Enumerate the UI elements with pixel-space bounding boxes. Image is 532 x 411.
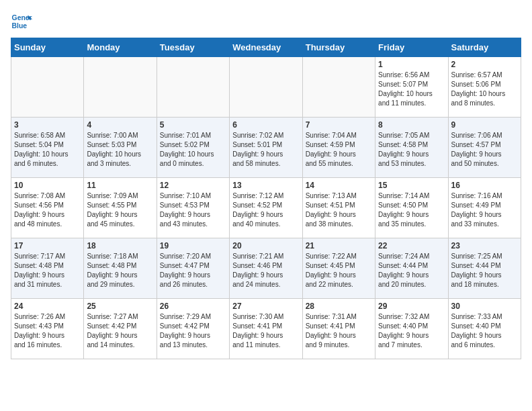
calendar-cell: 5Sunrise: 7:01 AMSunset: 5:02 PMDaylight… xyxy=(157,118,229,178)
calendar-cell: 26Sunrise: 7:29 AMSunset: 4:42 PMDayligh… xyxy=(157,299,229,359)
day-of-week-header: Wednesday xyxy=(230,38,302,57)
calendar-cell: 23Sunrise: 7:25 AMSunset: 4:44 PMDayligh… xyxy=(448,238,521,299)
day-info: Sunrise: 7:30 AMSunset: 4:41 PMDaylight:… xyxy=(232,312,299,350)
calendar-cell: 27Sunrise: 7:30 AMSunset: 4:41 PMDayligh… xyxy=(230,299,302,359)
day-of-week-header: Saturday xyxy=(448,38,521,57)
day-info: Sunrise: 7:13 AMSunset: 4:51 PMDaylight:… xyxy=(306,191,372,229)
calendar-cell: 11Sunrise: 7:09 AMSunset: 4:55 PMDayligh… xyxy=(84,178,157,238)
day-number: 9 xyxy=(451,120,518,130)
calendar-cell: 16Sunrise: 7:16 AMSunset: 4:49 PMDayligh… xyxy=(448,178,521,238)
day-number: 13 xyxy=(232,181,299,190)
day-info: Sunrise: 7:01 AMSunset: 5:02 PMDaylight:… xyxy=(160,131,226,169)
day-info: Sunrise: 7:17 AMSunset: 4:48 PMDaylight:… xyxy=(14,252,81,289)
day-info: Sunrise: 7:25 AMSunset: 4:44 PMDaylight:… xyxy=(451,252,518,289)
day-number: 21 xyxy=(306,241,372,250)
calendar-cell: 3Sunrise: 6:58 AMSunset: 5:04 PMDaylight… xyxy=(11,118,84,178)
day-number: 30 xyxy=(451,302,518,311)
logo: General Blue xyxy=(11,11,32,32)
calendar-cell: 9Sunrise: 7:06 AMSunset: 4:57 PMDaylight… xyxy=(448,118,521,178)
calendar-cell xyxy=(84,57,157,118)
day-number: 8 xyxy=(378,120,445,130)
day-info: Sunrise: 6:56 AMSunset: 5:07 PMDaylight:… xyxy=(378,71,445,108)
day-number: 19 xyxy=(160,241,226,250)
svg-text:Blue: Blue xyxy=(12,22,28,30)
calendar-cell xyxy=(11,57,84,118)
day-info: Sunrise: 7:22 AMSunset: 4:45 PMDaylight:… xyxy=(306,252,372,289)
calendar-cell: 7Sunrise: 7:04 AMSunset: 4:59 PMDaylight… xyxy=(302,118,375,178)
calendar-header-row: SundayMondayTuesdayWednesdayThursdayFrid… xyxy=(11,38,521,57)
day-info: Sunrise: 7:31 AMSunset: 4:41 PMDaylight:… xyxy=(306,312,372,350)
page-header: General Blue xyxy=(11,11,521,32)
day-info: Sunrise: 7:21 AMSunset: 4:46 PMDaylight:… xyxy=(232,252,299,289)
day-info: Sunrise: 7:02 AMSunset: 5:01 PMDaylight:… xyxy=(232,131,299,169)
day-number: 27 xyxy=(232,302,299,311)
calendar-cell xyxy=(157,57,229,118)
day-info: Sunrise: 7:16 AMSunset: 4:49 PMDaylight:… xyxy=(451,191,518,229)
day-info: Sunrise: 6:58 AMSunset: 5:04 PMDaylight:… xyxy=(14,131,81,169)
calendar-cell: 14Sunrise: 7:13 AMSunset: 4:51 PMDayligh… xyxy=(302,178,375,238)
calendar-cell: 1Sunrise: 6:56 AMSunset: 5:07 PMDaylight… xyxy=(375,57,448,118)
calendar-cell xyxy=(230,57,302,118)
day-info: Sunrise: 7:09 AMSunset: 4:55 PMDaylight:… xyxy=(87,191,153,229)
calendar-cell: 18Sunrise: 7:18 AMSunset: 4:48 PMDayligh… xyxy=(84,238,157,299)
day-number: 1 xyxy=(378,60,445,69)
day-number: 7 xyxy=(306,120,372,130)
calendar-cell: 28Sunrise: 7:31 AMSunset: 4:41 PMDayligh… xyxy=(302,299,375,359)
calendar-cell: 25Sunrise: 7:27 AMSunset: 4:42 PMDayligh… xyxy=(84,299,157,359)
calendar-cell: 10Sunrise: 7:08 AMSunset: 4:56 PMDayligh… xyxy=(11,178,84,238)
day-info: Sunrise: 7:14 AMSunset: 4:50 PMDaylight:… xyxy=(378,191,445,229)
calendar-cell: 19Sunrise: 7:20 AMSunset: 4:47 PMDayligh… xyxy=(157,238,229,299)
day-info: Sunrise: 7:24 AMSunset: 4:44 PMDaylight:… xyxy=(378,252,445,289)
day-info: Sunrise: 6:57 AMSunset: 5:06 PMDaylight:… xyxy=(451,71,518,108)
day-number: 2 xyxy=(451,60,518,69)
day-of-week-header: Sunday xyxy=(11,38,84,57)
day-number: 23 xyxy=(451,241,518,250)
day-info: Sunrise: 7:26 AMSunset: 4:43 PMDaylight:… xyxy=(14,312,81,350)
calendar-cell: 15Sunrise: 7:14 AMSunset: 4:50 PMDayligh… xyxy=(375,178,448,238)
day-number: 18 xyxy=(87,241,153,250)
calendar-cell: 4Sunrise: 7:00 AMSunset: 5:03 PMDaylight… xyxy=(84,118,157,178)
day-number: 22 xyxy=(378,241,445,250)
day-info: Sunrise: 7:06 AMSunset: 4:57 PMDaylight:… xyxy=(451,131,518,169)
day-number: 11 xyxy=(87,181,153,190)
day-number: 28 xyxy=(306,302,372,311)
calendar-cell: 20Sunrise: 7:21 AMSunset: 4:46 PMDayligh… xyxy=(230,238,302,299)
day-info: Sunrise: 7:18 AMSunset: 4:48 PMDaylight:… xyxy=(87,252,153,289)
calendar-cell: 30Sunrise: 7:33 AMSunset: 4:40 PMDayligh… xyxy=(448,299,521,359)
day-info: Sunrise: 7:32 AMSunset: 4:40 PMDaylight:… xyxy=(378,312,445,350)
calendar-cell: 22Sunrise: 7:24 AMSunset: 4:44 PMDayligh… xyxy=(375,238,448,299)
day-number: 26 xyxy=(160,302,226,311)
day-number: 12 xyxy=(160,181,226,190)
day-number: 3 xyxy=(14,120,81,130)
calendar-week-row: 1Sunrise: 6:56 AMSunset: 5:07 PMDaylight… xyxy=(11,57,521,118)
calendar-cell: 6Sunrise: 7:02 AMSunset: 5:01 PMDaylight… xyxy=(230,118,302,178)
calendar-cell: 2Sunrise: 6:57 AMSunset: 5:06 PMDaylight… xyxy=(448,57,521,118)
calendar-cell: 29Sunrise: 7:32 AMSunset: 4:40 PMDayligh… xyxy=(375,299,448,359)
day-of-week-header: Monday xyxy=(84,38,157,57)
day-info: Sunrise: 7:05 AMSunset: 4:58 PMDaylight:… xyxy=(378,131,445,169)
calendar-cell: 8Sunrise: 7:05 AMSunset: 4:58 PMDaylight… xyxy=(375,118,448,178)
logo-icon: General Blue xyxy=(11,11,32,32)
day-number: 29 xyxy=(378,302,445,311)
day-number: 17 xyxy=(14,241,81,250)
calendar-week-row: 17Sunrise: 7:17 AMSunset: 4:48 PMDayligh… xyxy=(11,238,521,299)
calendar-week-row: 24Sunrise: 7:26 AMSunset: 4:43 PMDayligh… xyxy=(11,299,521,359)
calendar-cell: 12Sunrise: 7:10 AMSunset: 4:53 PMDayligh… xyxy=(157,178,229,238)
day-info: Sunrise: 7:04 AMSunset: 4:59 PMDaylight:… xyxy=(306,131,372,169)
day-of-week-header: Friday xyxy=(375,38,448,57)
calendar-week-row: 10Sunrise: 7:08 AMSunset: 4:56 PMDayligh… xyxy=(11,178,521,238)
day-number: 20 xyxy=(232,241,299,250)
day-of-week-header: Tuesday xyxy=(157,38,229,57)
day-info: Sunrise: 7:20 AMSunset: 4:47 PMDaylight:… xyxy=(160,252,226,289)
day-info: Sunrise: 7:33 AMSunset: 4:40 PMDaylight:… xyxy=(451,312,518,350)
day-number: 16 xyxy=(451,181,518,190)
day-number: 10 xyxy=(14,181,81,190)
day-info: Sunrise: 7:10 AMSunset: 4:53 PMDaylight:… xyxy=(160,191,226,229)
day-of-week-header: Thursday xyxy=(302,38,375,57)
day-number: 14 xyxy=(306,181,372,190)
day-info: Sunrise: 7:08 AMSunset: 4:56 PMDaylight:… xyxy=(14,191,81,229)
day-number: 4 xyxy=(87,120,153,130)
calendar-cell: 13Sunrise: 7:12 AMSunset: 4:52 PMDayligh… xyxy=(230,178,302,238)
calendar-week-row: 3Sunrise: 6:58 AMSunset: 5:04 PMDaylight… xyxy=(11,118,521,178)
day-info: Sunrise: 7:29 AMSunset: 4:42 PMDaylight:… xyxy=(160,312,226,350)
